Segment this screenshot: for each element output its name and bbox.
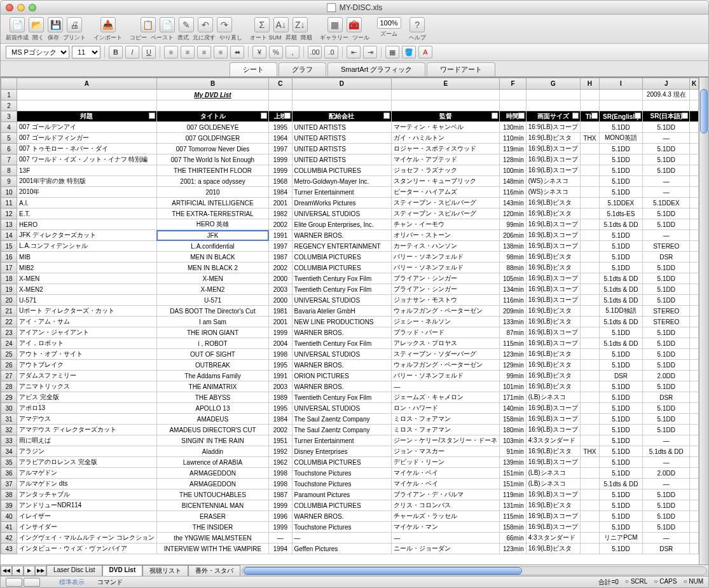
cell[interactable]: 5.1DD [599, 187, 643, 198]
cell[interactable]: 5.1DD [599, 511, 643, 522]
cell[interactable]: 151min [500, 479, 527, 489]
cell[interactable]: COLUMBIA PICTURES [292, 457, 392, 468]
cell[interactable]: アンドリューNDR114 [17, 500, 157, 511]
cell[interactable]: 16:9(LB)スコープ [526, 457, 580, 468]
cell[interactable]: 5.1DD [599, 230, 643, 241]
cell[interactable]: ― [643, 479, 690, 489]
cell[interactable]: 5.1DD [599, 176, 643, 187]
cell[interactable]: インタビュー・ウィズ・ヴァンパイア [17, 544, 157, 554]
cell[interactable]: MEN IN BLACK 2 [156, 263, 268, 273]
cell[interactable]: マイケル・マン [392, 522, 500, 533]
row-header[interactable]: 20 [1, 295, 17, 306]
cell[interactable]: THE ANIMATRIX [156, 381, 268, 392]
cell[interactable]: E.T. [17, 209, 157, 219]
cell[interactable]: i , ROBOT [156, 338, 268, 349]
cell[interactable]: ARMAGEDDON [156, 479, 268, 489]
bold-button[interactable]: B [109, 46, 123, 58]
row-header[interactable]: 26 [1, 360, 17, 371]
inc-decimal-button[interactable]: .00 [308, 46, 322, 58]
cell[interactable]: WARNER BROS. [292, 360, 392, 371]
cell[interactable]: 5.1DD [599, 435, 643, 446]
font-size-select[interactable]: 11 [72, 46, 100, 58]
cell[interactable]: マーティン・キャンベル [392, 122, 500, 133]
table-header[interactable]: タイトル [156, 111, 268, 122]
row-header[interactable]: 40 [1, 511, 17, 522]
cell[interactable]: イングヴェイ・マルムルティーン コレクション [17, 533, 157, 544]
cell[interactable]: COLUMBIA PICTURES [292, 252, 392, 263]
cell[interactable]: スティーブン・スピルバーグ [392, 198, 500, 209]
align-center-button[interactable]: ≡ [181, 46, 195, 58]
cell[interactable] [581, 522, 599, 533]
cell[interactable]: WARNER BROS. [292, 230, 392, 241]
cell[interactable]: アマデウス ディレクターズカット [17, 425, 157, 435]
row-header[interactable]: 9 [1, 176, 17, 187]
row-header[interactable]: 2 [1, 100, 17, 111]
cell[interactable] [581, 544, 599, 554]
cell[interactable] [581, 295, 599, 306]
cell[interactable]: ERASER [156, 511, 268, 522]
cell[interactable]: Elite Group Enterprises, Inc. [292, 219, 392, 230]
table-header[interactable]: 監督 [392, 111, 500, 122]
col-header-D[interactable]: D [292, 78, 392, 90]
cell[interactable] [581, 122, 599, 133]
cell[interactable]: マイケル・ベイ [392, 479, 500, 489]
underline-button[interactable]: U [142, 46, 156, 58]
cell[interactable]: 103min [500, 435, 527, 446]
cell[interactable]: 16:9(LB)スコープ [526, 338, 580, 349]
cell[interactable]: オリバー・ストーン [392, 230, 500, 241]
cell[interactable]: 1962 [269, 457, 292, 468]
cell[interactable]: 4:3スタンダード [526, 533, 580, 544]
minimize-button[interactable] [17, 4, 25, 11]
cell[interactable]: ORION PICTURES [292, 371, 392, 381]
cell[interactable]: 66min [500, 533, 527, 544]
cell[interactable]: マイケル・アプテッド [392, 154, 500, 165]
cell[interactable] [581, 263, 599, 273]
cell[interactable]: 134min [500, 284, 527, 295]
cell[interactable]: Turner Entertainment [292, 187, 392, 198]
cell[interactable] [581, 284, 599, 295]
ribbon-tab-1[interactable]: グラフ [279, 62, 326, 76]
view-layout-button[interactable] [24, 578, 40, 587]
col-header-E[interactable]: E [392, 78, 500, 90]
cell[interactable]: ウォルフガング・ペーターゼン [392, 306, 500, 317]
cell[interactable]: アレックス・プロヤス [392, 338, 500, 349]
cell[interactable]: 133min [500, 317, 527, 327]
cell[interactable]: Uボート ディレクターズ・カット [17, 306, 157, 317]
sheet-nav-next[interactable]: ▶ [24, 566, 35, 576]
cell[interactable]: 5.1DD [643, 165, 690, 176]
cell[interactable]: 158min [500, 414, 527, 425]
cell[interactable]: 5.1DD [643, 381, 690, 392]
row-header[interactable]: 27 [1, 371, 17, 381]
cell[interactable]: 16:9(LB)ビスタ [526, 371, 580, 381]
sort-icon[interactable] [149, 113, 155, 119]
col-header-K[interactable]: K [690, 78, 699, 90]
cell[interactable]: 5.1DD [643, 522, 690, 533]
cell[interactable]: L.A.コンフィデンシャル [17, 241, 157, 252]
zoom-select[interactable]: 100% [377, 17, 401, 29]
cell[interactable]: 2.0DD [643, 468, 690, 479]
cell[interactable]: 5.1DD [643, 327, 690, 338]
cell[interactable]: 5.1DD [643, 511, 690, 522]
cell[interactable]: 2001: a space odyssey [156, 176, 268, 187]
cell[interactable]: 5.1DD [643, 360, 690, 371]
row-header[interactable]: 11 [1, 198, 17, 209]
row-header[interactable]: 28 [1, 381, 17, 392]
cell[interactable]: 1997 [269, 144, 292, 154]
cell[interactable]: 5.1DD [643, 209, 690, 219]
sort-icon[interactable] [635, 113, 641, 119]
cell[interactable]: UNITED ARTISTS [292, 154, 392, 165]
cell[interactable]: ジョセフ・ラズナック [392, 165, 500, 176]
dec-indent-button[interactable]: ⇥ [363, 46, 377, 58]
cell[interactable]: 2010 [156, 187, 268, 198]
cell[interactable]: 16:9(LB)スコープ [526, 489, 580, 500]
cell[interactable]: ― [643, 533, 690, 544]
cell[interactable]: ― [292, 533, 392, 544]
sheet-nav-first[interactable]: ◀◀ [1, 566, 12, 576]
cell[interactable]: 5.1dts & DD [643, 446, 690, 457]
cell[interactable]: 110min [500, 133, 527, 144]
cell[interactable]: APOLLO 13 [156, 403, 268, 414]
cell[interactable] [581, 165, 599, 176]
col-header-G[interactable]: G [526, 78, 580, 90]
cell[interactable]: 2002 [269, 219, 292, 230]
cell[interactable]: 130min [500, 122, 527, 133]
